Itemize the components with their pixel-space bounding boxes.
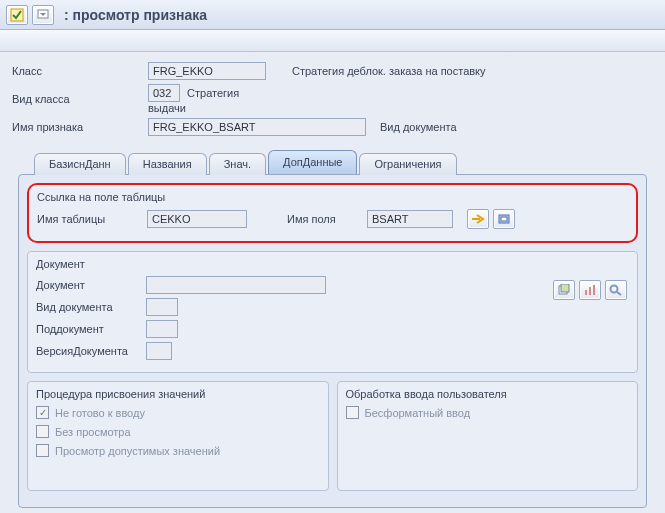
- window-title: : просмотр признака: [64, 7, 207, 23]
- header-form: Класс Стратегия деблок. заказа на постав…: [12, 62, 653, 136]
- chk-allowed-row: Просмотр допустимых значений: [36, 444, 320, 457]
- class-desc: Стратегия деблок. заказа на поставку: [292, 65, 653, 77]
- bottom-groups: Процедура присвоения значений ✓ Не готов…: [27, 381, 638, 499]
- chk-no-display-row: Без просмотра: [36, 425, 320, 438]
- group-user-input: Обработка ввода пользователя Бесформатны…: [337, 381, 639, 491]
- group-value-assignment-title: Процедура присвоения значений: [36, 388, 320, 400]
- svg-line-10: [617, 292, 621, 295]
- chk-no-display-label: Без просмотра: [55, 426, 131, 438]
- char-desc: Вид документа: [380, 121, 457, 133]
- class-input[interactable]: [148, 62, 266, 80]
- table-name-label: Имя таблицы: [37, 213, 147, 225]
- tab-strip: БазиснДанн Названия Знач. ДопДанные Огра…: [34, 150, 653, 174]
- sub-toolbar: [0, 30, 665, 52]
- chk-not-ready[interactable]: ✓: [36, 406, 49, 419]
- char-label: Имя признака: [12, 121, 142, 133]
- group-user-input-title: Обработка ввода пользователя: [346, 388, 630, 400]
- tab-basic[interactable]: БазиснДанн: [34, 153, 126, 175]
- doc-action-1[interactable]: [553, 280, 575, 300]
- chk-freeform[interactable]: [346, 406, 359, 419]
- kind-cell: Стратегия выдачи: [148, 84, 278, 114]
- content-area: Класс Стратегия деблок. заказа на постав…: [0, 52, 665, 513]
- title-bar: : просмотр признака: [0, 0, 665, 30]
- doc-action-3[interactable]: [605, 280, 627, 300]
- tab-names[interactable]: Названия: [128, 153, 207, 175]
- doc-type-input[interactable]: [146, 298, 178, 316]
- tab-restrictions[interactable]: Ограничения: [359, 153, 456, 175]
- tab-panel: Ссылка на поле таблицы Имя таблицы Имя п…: [18, 174, 647, 508]
- svg-rect-5: [561, 284, 569, 292]
- dropdown-icon: [37, 9, 49, 21]
- char-cell: Вид документа: [148, 118, 653, 136]
- group-table-reference: Ссылка на поле таблицы Имя таблицы Имя п…: [27, 183, 638, 243]
- tab-additional-data[interactable]: ДопДанные: [268, 150, 357, 174]
- copy-icon: [557, 284, 571, 296]
- svg-point-9: [611, 286, 618, 293]
- detail-button[interactable]: [493, 209, 515, 229]
- check-tool-icon: [10, 8, 24, 22]
- doc-type-label: Вид документа: [36, 301, 146, 313]
- svg-rect-3: [501, 217, 507, 221]
- chk-not-ready-label: Не готово к вводу: [55, 407, 145, 419]
- field-name-label: Имя поля: [287, 213, 367, 225]
- container-icon: [497, 213, 511, 225]
- chk-freeform-label: Бесформатный ввод: [365, 407, 471, 419]
- doc-action-2[interactable]: [579, 280, 601, 300]
- toolbar-button-1[interactable]: [6, 5, 28, 25]
- search-icon: [609, 284, 623, 296]
- table-name-input[interactable]: [147, 210, 247, 228]
- tab-values[interactable]: Знач.: [209, 153, 266, 175]
- doc-part-input[interactable]: [146, 320, 178, 338]
- char-input[interactable]: [148, 118, 366, 136]
- svg-rect-7: [589, 287, 591, 295]
- group-document: Документ Документ Вид документа Поддокум…: [27, 251, 638, 373]
- goto-button[interactable]: [467, 209, 489, 229]
- kind-label: Вид класса: [12, 93, 142, 105]
- doc-ver-label: ВерсияДокумента: [36, 345, 146, 357]
- doc-input[interactable]: [146, 276, 326, 294]
- kind-input[interactable]: [148, 84, 180, 102]
- chk-allowed-label: Просмотр допустимых значений: [55, 445, 220, 457]
- table-ref-row: Имя таблицы Имя поля: [37, 209, 628, 229]
- chart-icon: [583, 284, 597, 296]
- arrow-right-icon: [471, 213, 485, 225]
- chk-not-ready-row: ✓ Не готово к вводу: [36, 406, 320, 419]
- chk-allowed[interactable]: [36, 444, 49, 457]
- group-value-assignment: Процедура присвоения значений ✓ Не готов…: [27, 381, 329, 491]
- svg-rect-6: [585, 290, 587, 295]
- doc-part-label: Поддокумент: [36, 323, 146, 335]
- group-document-title: Документ: [36, 258, 629, 270]
- class-label: Класс: [12, 65, 142, 77]
- chk-freeform-row: Бесформатный ввод: [346, 406, 630, 419]
- doc-label: Документ: [36, 279, 146, 291]
- document-actions: [549, 280, 627, 300]
- chk-no-display[interactable]: [36, 425, 49, 438]
- toolbar-button-2[interactable]: [32, 5, 54, 25]
- svg-rect-8: [593, 285, 595, 295]
- doc-ver-input[interactable]: [146, 342, 172, 360]
- group-table-reference-title: Ссылка на поле таблицы: [37, 191, 628, 203]
- field-name-input[interactable]: [367, 210, 453, 228]
